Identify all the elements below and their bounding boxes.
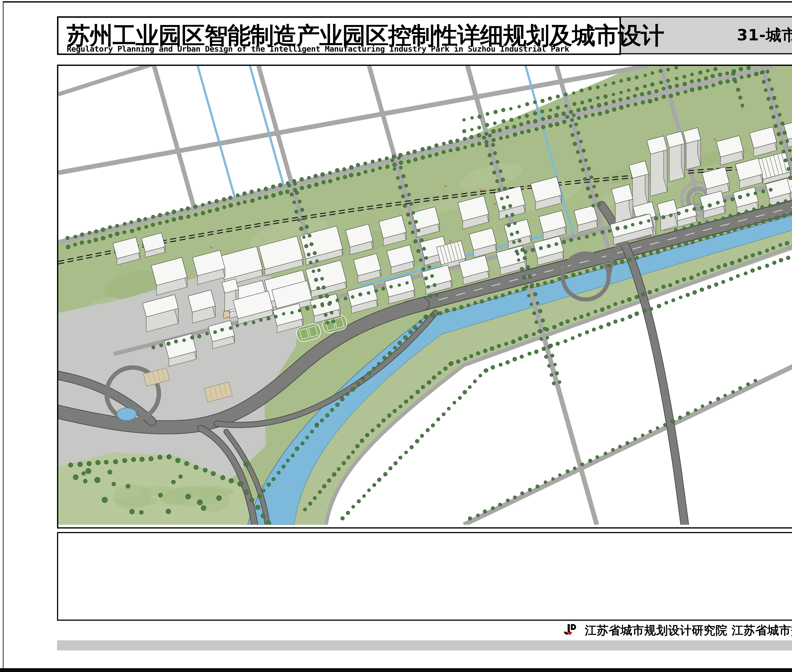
render-box-rule	[59, 528, 792, 529]
jp-logo-icon	[563, 623, 578, 638]
birdseye-rendering	[58, 66, 792, 525]
footer-gray-bar	[57, 640, 792, 650]
page-bottom-bar	[0, 668, 792, 672]
footer: 江苏省城市规划设计研究院 江苏省城市交通规划研究中心	[563, 623, 792, 638]
page-frame-top	[3, 1, 792, 3]
footer-institutes: 江苏省城市规划设计研究院 江苏省城市交通规划研究中心	[585, 622, 792, 638]
title-block: 苏州工业园区智能制造产业园区控制性详细规划及城市设计 Regulatory Pl…	[57, 16, 621, 55]
notes-box	[57, 532, 792, 621]
page-frame-left	[3, 1, 3, 669]
birdseye-rendering-box	[57, 65, 792, 528]
sheet-title-english: Regulatory Planning and Urban Design of …	[67, 44, 569, 53]
sheet-number-label: 31-城市设计三维鸟瞰图	[737, 25, 792, 46]
planning-board-sheet: 苏州工业园区智能制造产业园区控制性详细规划及城市设计 Regulatory Pl…	[0, 0, 792, 672]
